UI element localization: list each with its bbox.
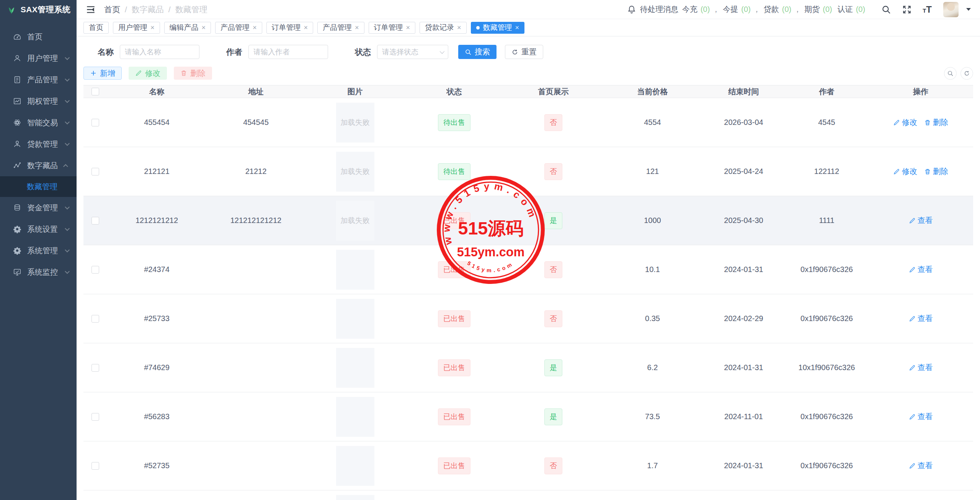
edit-button[interactable]: 修改: [129, 67, 167, 80]
fullscreen-icon[interactable]: [902, 5, 912, 15]
cell-author: 10x1f90676c326: [785, 363, 868, 372]
operation-link-修改[interactable]: 修改: [893, 166, 917, 177]
stat-separator: ，: [753, 4, 761, 15]
operation-link-查看[interactable]: 查看: [909, 362, 933, 373]
row-checkbox[interactable]: [91, 413, 99, 421]
search-icon[interactable]: [881, 5, 891, 15]
tab-close-icon[interactable]: ×: [304, 24, 308, 32]
stat-count: (0): [701, 5, 710, 14]
sidebar-item-首页[interactable]: 首页: [0, 26, 77, 48]
search-button[interactable]: 搜索: [458, 45, 497, 59]
operation-label: 查看: [918, 264, 933, 275]
cell-name: #74629: [107, 363, 206, 372]
row-checkbox[interactable]: [91, 266, 99, 274]
cell-author: 0x1f90676c326: [785, 412, 868, 421]
tab-close-icon[interactable]: ×: [515, 24, 519, 32]
operation-link-删除[interactable]: 删除: [924, 166, 948, 177]
sidebar-item-期权管理[interactable]: 期权管理: [0, 90, 77, 112]
pending-message-label: 待处理消息: [640, 4, 678, 15]
tab-close-icon[interactable]: ×: [253, 24, 257, 32]
row-checkbox[interactable]: [91, 119, 99, 126]
sidebar-item-数字藏品[interactable]: 数字藏品: [0, 155, 77, 176]
row-checkbox[interactable]: [91, 217, 99, 225]
operation-icon: [909, 217, 916, 224]
cell-current-price: 4554: [603, 118, 702, 127]
cell-current-price: 6.2: [603, 363, 702, 372]
row-checkbox[interactable]: [91, 315, 99, 323]
active-dot-icon: [476, 26, 480, 30]
status-badge: 已出售: [438, 359, 470, 376]
tab-close-icon[interactable]: ×: [457, 24, 461, 32]
plus-icon: [90, 70, 97, 77]
tab-订单管理[interactable]: 订单管理 ×: [266, 22, 314, 34]
status-filter-select[interactable]: 请选择状态: [377, 45, 448, 59]
tab-close-icon[interactable]: ×: [202, 24, 206, 32]
operation-link-删除[interactable]: 删除: [924, 117, 948, 128]
sidebar-item-智能交易[interactable]: 智能交易: [0, 112, 77, 133]
sidebar-item-贷款管理[interactable]: 贷款管理: [0, 133, 77, 155]
sidebar-item-label: 贷款管理: [27, 139, 65, 149]
tab-首页[interactable]: 首页: [83, 22, 109, 34]
tab-close-icon[interactable]: ×: [150, 24, 155, 32]
sidebar-item-系统管理[interactable]: 系统管理: [0, 240, 77, 261]
tab-订单管理[interactable]: 订单管理 ×: [369, 22, 416, 34]
table-search-button[interactable]: [944, 67, 957, 80]
bell-icon[interactable]: [627, 5, 636, 14]
font-size-icon[interactable]: TT: [923, 5, 932, 14]
operation-link-查看[interactable]: 查看: [909, 264, 933, 275]
image-error-text: 加载失败: [341, 216, 370, 226]
tab-close-icon[interactable]: ×: [406, 24, 410, 32]
operation-link-修改[interactable]: 修改: [893, 117, 917, 128]
chevron-icon: [65, 226, 70, 231]
tab-用户管理[interactable]: 用户管理 ×: [113, 22, 160, 34]
sidebar-item-label: 首页: [27, 32, 70, 42]
pending-stats: 今充 (0) ， 今提 (0) ， 贷款 (0) ， 期货 (0) 认证 (0): [682, 4, 871, 15]
column-header: 操作: [868, 87, 973, 97]
table-tools: [944, 67, 973, 80]
author-filter-input[interactable]: [248, 45, 328, 59]
operation-link-查看[interactable]: 查看: [909, 215, 933, 226]
tab-数藏管理[interactable]: 数藏管理 ×: [471, 22, 525, 34]
operation-link-查看[interactable]: 查看: [909, 411, 933, 422]
row-checkbox[interactable]: [91, 462, 99, 470]
breadcrumb-section[interactable]: 数字藏品: [132, 4, 164, 15]
row-checkbox[interactable]: [91, 364, 99, 372]
avatar[interactable]: [943, 2, 959, 17]
table-refresh-button[interactable]: [960, 67, 973, 80]
home-display-badge: 否: [544, 310, 562, 327]
main-area: 首页 / 数字藏品 / 数藏管理 待处理消息 今充 (0) ， 今提 (0) ，…: [77, 0, 980, 500]
filter-bar: 名称 作者 状态 请选择状态 搜索 重置: [98, 45, 973, 59]
cell-image-placeholder: 加载失败: [336, 103, 374, 143]
tab-产品管理[interactable]: 产品管理 ×: [317, 22, 364, 34]
add-button[interactable]: 新增: [83, 67, 122, 80]
operation-link-查看[interactable]: 查看: [909, 313, 933, 324]
logo: SAX管理系统: [0, 0, 77, 19]
breadcrumb-home[interactable]: 首页: [104, 4, 120, 15]
row-checkbox[interactable]: [91, 168, 99, 175]
sidebar-item-产品管理[interactable]: 产品管理: [0, 69, 77, 90]
cell-name: 212121: [107, 167, 206, 176]
table-row: 1212121212 121212121212 加载失败 已出售 是 1000 …: [83, 196, 973, 245]
tab-label: 订单管理: [272, 23, 301, 33]
sidebar-item-系统设置[interactable]: 系统设置: [0, 218, 77, 240]
cell-address: 21212: [206, 167, 305, 176]
operation-link-查看[interactable]: 查看: [909, 461, 933, 471]
sidebar-toggle-icon[interactable]: [86, 5, 96, 15]
cell-author: 4545: [785, 118, 868, 127]
caret-down-icon[interactable]: [966, 8, 971, 11]
sidebar-subitem-数藏管理[interactable]: 数藏管理: [0, 176, 77, 197]
delete-button[interactable]: 删除: [174, 67, 212, 80]
name-filter-input[interactable]: [120, 45, 199, 59]
search-icon: [465, 49, 472, 56]
sidebar-item-用户管理[interactable]: 用户管理: [0, 48, 77, 69]
select-all-checkbox[interactable]: [91, 88, 99, 95]
tab-产品管理[interactable]: 产品管理 ×: [215, 22, 262, 34]
reset-button[interactable]: 重置: [505, 45, 543, 59]
tab-贷款记录[interactable]: 贷款记录 ×: [420, 22, 467, 34]
column-header: 图片: [305, 87, 405, 97]
sidebar-item-资金管理[interactable]: 资金管理: [0, 197, 77, 218]
tab-编辑产品[interactable]: 编辑产品 ×: [164, 22, 211, 34]
tab-close-icon[interactable]: ×: [355, 24, 359, 32]
stat-label: 贷款: [764, 4, 779, 15]
sidebar-item-系统监控[interactable]: 系统监控: [0, 261, 77, 283]
